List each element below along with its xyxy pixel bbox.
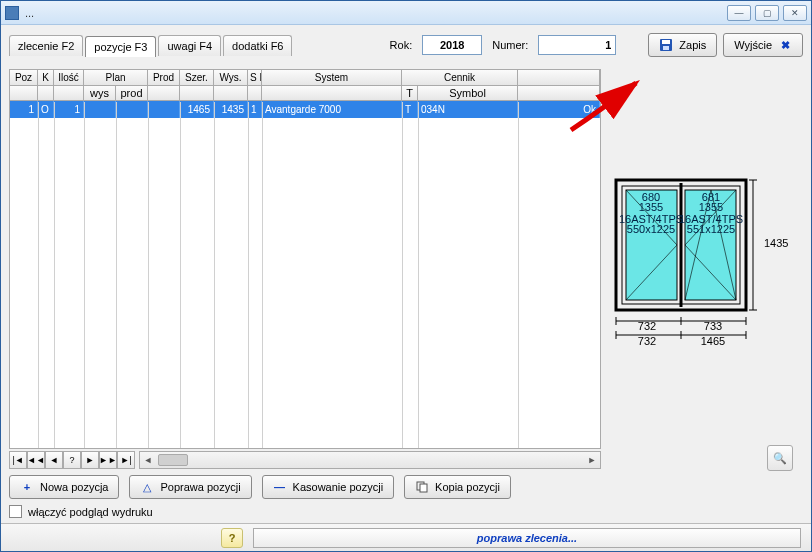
cell-rest: Ok — [518, 101, 600, 118]
zapis-label: Zapis — [679, 39, 706, 51]
th-plan-wys[interactable]: wys — [84, 86, 116, 100]
nav-query[interactable]: ? — [63, 451, 81, 469]
th-poz[interactable]: Poz — [10, 70, 38, 85]
kasowanie-pozycji-button[interactable]: — Kasowanie pozycji — [262, 475, 395, 499]
th-plan[interactable]: Plan — [84, 70, 148, 85]
save-icon — [659, 38, 673, 52]
nav-fastback[interactable]: ◄◄ — [27, 451, 45, 469]
th-cennik[interactable]: Cennik — [402, 70, 518, 85]
zapis-button[interactable]: Zapis — [648, 33, 717, 57]
tab-bar: zlecenie F2 pozycje F3 uwagi F4 dodatki … — [9, 35, 292, 56]
nowa-label: Nowa pozycja — [40, 481, 108, 493]
h-scrollbar[interactable]: ◄ ► — [139, 451, 601, 469]
th-sp[interactable]: S P — [248, 70, 262, 85]
minimize-button[interactable]: — — [727, 5, 751, 21]
magnifier-icon: 🔍 — [773, 452, 787, 465]
tab-dodatki[interactable]: dodatki F6 — [223, 35, 292, 56]
svg-rect-4 — [420, 484, 427, 492]
status-text: poprawa zlecenia... — [253, 528, 801, 548]
table-row[interactable]: 1 O 1 1465 1435 1 Avantgarde 7000 T 034N… — [10, 101, 600, 118]
svg-rect-1 — [662, 40, 670, 44]
poprawa-label: Poprawa pozycji — [160, 481, 240, 493]
th-plan-prod[interactable]: prod — [116, 86, 148, 100]
status-bar: ? poprawa zlecenia... — [1, 523, 811, 551]
pv-r-v4: 551x1225 — [687, 223, 735, 235]
th-cennik-t[interactable]: T — [402, 86, 418, 100]
th-wys[interactable]: Wys. — [214, 70, 248, 85]
plus-icon: + — [20, 480, 34, 494]
cell-k: O — [38, 101, 54, 118]
th-cennik-symbol[interactable]: Symbol — [418, 86, 518, 100]
cell-system: Avantgarde 7000 — [262, 101, 402, 118]
close-icon: ✖ — [778, 38, 792, 52]
pv-r-v2: 1355 — [699, 201, 723, 213]
help-icon: ? — [229, 532, 236, 544]
triangle-icon: △ — [140, 480, 154, 494]
scroll-left-icon: ◄ — [140, 452, 156, 468]
minus-icon: — — [273, 480, 287, 494]
numer-input[interactable] — [538, 35, 616, 55]
cell-prod — [148, 101, 180, 118]
rok-label: Rok: — [386, 39, 417, 51]
scroll-thumb[interactable] — [158, 454, 188, 466]
pv-l-v4: 550x1225 — [627, 223, 675, 235]
app-icon — [5, 6, 19, 20]
cell-cennik-t: T — [402, 101, 418, 118]
kasowanie-label: Kasowanie pozycji — [293, 481, 384, 493]
wyjscie-button[interactable]: Wyjście ✖ — [723, 33, 803, 57]
th-prod[interactable]: Prod — [148, 70, 180, 85]
zoom-button[interactable]: 🔍 — [767, 445, 793, 471]
kopia-label: Kopia pozycji — [435, 481, 500, 493]
th-system[interactable]: System — [262, 70, 402, 85]
scroll-right-icon: ► — [584, 452, 600, 468]
tab-zlecenie[interactable]: zlecenie F2 — [9, 35, 83, 56]
cell-cennik-symbol: 034N — [418, 101, 518, 118]
close-button[interactable]: ✕ — [783, 5, 807, 21]
nav-last[interactable]: ►| — [117, 451, 135, 469]
cell-szer: 1465 — [180, 101, 214, 118]
titlebar: ... — ▢ ✕ — [1, 1, 811, 25]
poprawa-pozycji-button[interactable]: △ Poprawa pozycji — [129, 475, 251, 499]
cell-sp: 1 — [248, 101, 262, 118]
window-title: ... — [25, 7, 727, 19]
pv-l-v2: 1355 — [639, 201, 663, 213]
kopia-pozycji-button[interactable]: Kopia pozycji — [404, 475, 511, 499]
th-rest[interactable] — [518, 70, 600, 85]
nowa-pozycja-button[interactable]: + Nowa pozycja — [9, 475, 119, 499]
nav-first[interactable]: |◄ — [9, 451, 27, 469]
help-button[interactable]: ? — [221, 528, 243, 548]
th-k[interactable]: K — [38, 70, 54, 85]
cell-plan-wys — [84, 101, 116, 118]
numer-label: Numer: — [488, 39, 532, 51]
pv-b-l: 732 — [638, 320, 656, 332]
positions-table[interactable]: Poz K Ilość Plan Prod Szer. Wys. S P Sys… — [9, 69, 601, 449]
cell-ilosc: 1 — [54, 101, 84, 118]
print-preview-label: włączyć podgląd wydruku — [28, 506, 153, 518]
nav-fastfwd[interactable]: ►► — [99, 451, 117, 469]
nav-fwd[interactable]: ► — [81, 451, 99, 469]
rok-input[interactable] — [422, 35, 482, 55]
tab-pozycje[interactable]: pozycje F3 — [85, 36, 156, 57]
pv-b-r: 733 — [704, 320, 722, 332]
print-preview-checkbox[interactable] — [9, 505, 22, 518]
wyjscie-label: Wyjście — [734, 39, 772, 51]
cell-poz: 1 — [10, 101, 38, 118]
pv-b2-l: 732 — [638, 335, 656, 347]
th-szer[interactable]: Szer. — [180, 70, 214, 85]
cell-wys: 1435 — [214, 101, 248, 118]
svg-rect-2 — [663, 46, 669, 50]
pv-b2-r: 1465 — [701, 335, 725, 347]
cell-plan-prod — [116, 101, 148, 118]
window-preview: 680 1355 16AST/4TPS 550x1225 681 1355 16… — [611, 175, 791, 367]
tab-uwagi[interactable]: uwagi F4 — [158, 35, 221, 56]
record-navigator: |◄ ◄◄ ◄ ? ► ►► ►| ◄ ► — [9, 451, 601, 469]
nav-back[interactable]: ◄ — [45, 451, 63, 469]
th-ilosc[interactable]: Ilość — [54, 70, 84, 85]
copy-icon — [415, 480, 429, 494]
maximize-button[interactable]: ▢ — [755, 5, 779, 21]
pv-height: 1435 — [764, 237, 788, 249]
